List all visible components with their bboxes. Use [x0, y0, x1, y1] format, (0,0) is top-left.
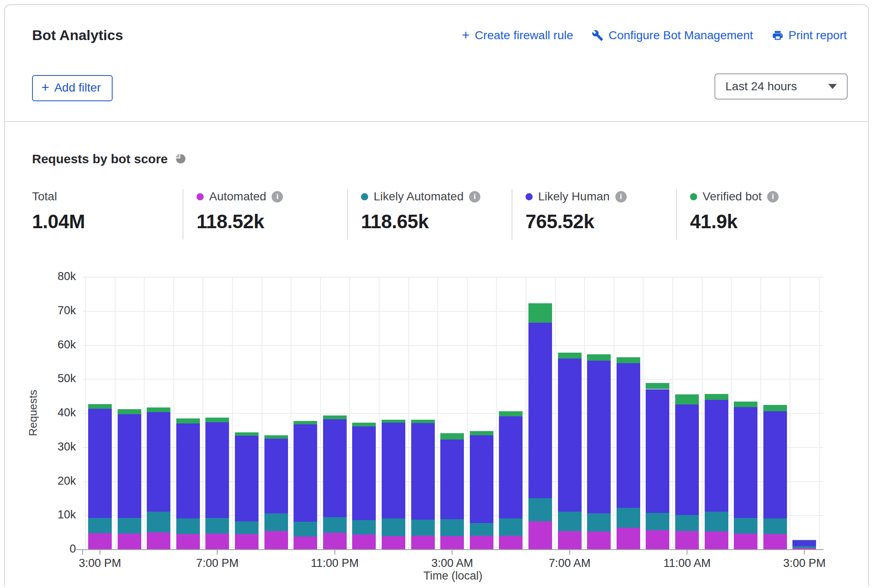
bar-segment-likely-automated[interactable] — [176, 518, 200, 534]
bar-segment-likely-human[interactable] — [675, 405, 699, 515]
bar-segment-likely-human[interactable] — [617, 363, 640, 507]
bar-segment-verified-bot[interactable] — [294, 421, 317, 424]
bar-segment-automated[interactable] — [205, 534, 229, 549]
bar-segment-likely-automated[interactable] — [235, 521, 259, 534]
bar-segment-likely-human[interactable] — [147, 412, 170, 512]
bar-segment-verified-bot[interactable] — [470, 431, 493, 435]
bar-segment-likely-human[interactable] — [499, 416, 523, 518]
bar-segment-verified-bot[interactable] — [235, 432, 259, 436]
bar-segment-automated[interactable] — [734, 534, 757, 549]
bar-segment-likely-automated[interactable] — [118, 518, 141, 534]
bar-segment-automated[interactable] — [792, 548, 816, 549]
bar-segment-automated[interactable] — [499, 536, 523, 549]
bar-segment-verified-bot[interactable] — [734, 402, 757, 407]
bar-segment-verified-bot[interactable] — [499, 411, 523, 416]
bar-segment-automated[interactable] — [558, 531, 582, 549]
bar-segment-automated[interactable] — [147, 532, 170, 549]
bar-segment-verified-bot[interactable] — [763, 405, 787, 411]
bar-segment-likely-automated[interactable] — [705, 512, 728, 531]
bar-segment-likely-automated[interactable] — [587, 513, 611, 531]
bar-segment-likely-human[interactable] — [264, 439, 288, 513]
bar-segment-likely-human[interactable] — [440, 440, 464, 519]
bar-segment-automated[interactable] — [323, 533, 347, 549]
bar-segment-likely-automated[interactable] — [675, 515, 699, 531]
bar-segment-verified-bot[interactable] — [587, 354, 611, 361]
bar-segment-likely-human[interactable] — [558, 359, 582, 512]
bar-segment-automated[interactable] — [176, 534, 200, 549]
bar-segment-automated[interactable] — [88, 533, 112, 549]
bar-segment-likely-human[interactable] — [323, 419, 347, 518]
bar-segment-likely-automated[interactable] — [440, 519, 464, 536]
bar-segment-likely-human[interactable] — [528, 323, 552, 498]
bar-segment-likely-automated[interactable] — [499, 518, 523, 535]
bar-segment-verified-bot[interactable] — [440, 433, 464, 440]
bar-segment-automated[interactable] — [294, 537, 317, 549]
bar-segment-likely-human[interactable] — [734, 407, 757, 518]
bar-segment-likely-automated[interactable] — [205, 518, 229, 534]
bar-segment-automated[interactable] — [118, 534, 141, 549]
bar-segment-likely-automated[interactable] — [734, 518, 757, 534]
bar-segment-likely-automated[interactable] — [792, 546, 816, 548]
bar-segment-likely-human[interactable] — [792, 540, 816, 546]
bar-segment-likely-automated[interactable] — [264, 513, 288, 531]
bar-segment-verified-bot[interactable] — [792, 540, 816, 540]
bar-segment-likely-human[interactable] — [118, 414, 141, 518]
bar-segment-automated[interactable] — [235, 534, 259, 549]
bar-segment-likely-human[interactable] — [176, 423, 200, 518]
bar-segment-automated[interactable] — [264, 531, 288, 549]
bar-segment-likely-automated[interactable] — [558, 512, 582, 531]
bar-segment-automated[interactable] — [705, 531, 728, 549]
bar-segment-likely-automated[interactable] — [646, 513, 669, 530]
bar-segment-verified-bot[interactable] — [352, 423, 376, 427]
bar-segment-likely-human[interactable] — [705, 400, 728, 512]
bar-segment-likely-human[interactable] — [205, 422, 229, 518]
bar-segment-automated[interactable] — [352, 534, 376, 549]
bar-segment-likely-human[interactable] — [382, 423, 405, 519]
bar-segment-likely-human[interactable] — [352, 426, 376, 520]
bar-segment-verified-bot[interactable] — [558, 353, 582, 359]
bar-segment-likely-automated[interactable] — [294, 522, 317, 537]
bar-segment-automated[interactable] — [646, 530, 669, 549]
bar-segment-likely-human[interactable] — [763, 411, 787, 518]
bar-segment-automated[interactable] — [675, 531, 699, 549]
bar-segment-likely-automated[interactable] — [147, 512, 170, 532]
bar-segment-automated[interactable] — [382, 536, 405, 549]
bar-segment-likely-human[interactable] — [294, 424, 317, 522]
bar-segment-verified-bot[interactable] — [147, 407, 170, 412]
bar-segment-likely-automated[interactable] — [88, 518, 112, 533]
bar-segment-automated[interactable] — [587, 531, 611, 549]
bar-segment-verified-bot[interactable] — [176, 418, 200, 423]
bar-segment-verified-bot[interactable] — [411, 420, 435, 423]
bar-segment-verified-bot[interactable] — [88, 404, 112, 409]
bar-segment-likely-human[interactable] — [88, 409, 112, 518]
bar-segment-likely-automated[interactable] — [352, 520, 376, 535]
bar-segment-verified-bot[interactable] — [205, 418, 229, 422]
bar-segment-likely-human[interactable] — [235, 436, 259, 521]
bar-segment-verified-bot[interactable] — [675, 394, 699, 405]
bar-segment-likely-human[interactable] — [587, 361, 611, 514]
bar-segment-likely-automated[interactable] — [470, 523, 493, 536]
bar-segment-automated[interactable] — [411, 536, 435, 549]
bar-segment-likely-human[interactable] — [646, 389, 669, 513]
bar-segment-verified-bot[interactable] — [382, 420, 405, 422]
bar-segment-verified-bot[interactable] — [528, 303, 552, 323]
bar-segment-verified-bot[interactable] — [118, 409, 141, 414]
bar-segment-likely-human[interactable] — [411, 423, 435, 520]
bar-segment-automated[interactable] — [470, 536, 493, 549]
bar-segment-likely-automated[interactable] — [528, 498, 552, 521]
bar-segment-verified-bot[interactable] — [646, 383, 669, 389]
bar-segment-verified-bot[interactable] — [705, 394, 728, 400]
bar-segment-verified-bot[interactable] — [617, 357, 640, 364]
bar-segment-verified-bot[interactable] — [323, 415, 347, 419]
bar-segment-likely-automated[interactable] — [323, 517, 347, 533]
bar-segment-likely-automated[interactable] — [382, 518, 405, 536]
bar-segment-automated[interactable] — [440, 536, 464, 549]
bar-segment-verified-bot[interactable] — [264, 435, 288, 439]
bar-segment-likely-automated[interactable] — [763, 518, 787, 534]
bar-segment-likely-human[interactable] — [470, 435, 493, 523]
bar-segment-likely-automated[interactable] — [411, 520, 435, 536]
bar-segment-automated[interactable] — [528, 521, 552, 549]
bar-segment-likely-automated[interactable] — [617, 508, 640, 528]
bar-segment-automated[interactable] — [763, 534, 787, 549]
bar-segment-automated[interactable] — [617, 528, 640, 549]
